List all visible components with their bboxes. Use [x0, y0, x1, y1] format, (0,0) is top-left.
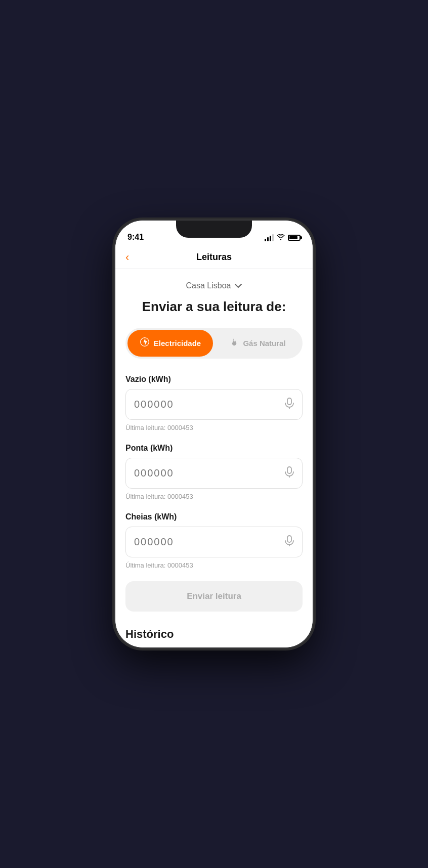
- mic-icon-ponta[interactable]: [285, 466, 294, 480]
- svg-rect-1: [287, 398, 291, 405]
- location-selector[interactable]: Casa Lisboa: [125, 281, 303, 290]
- vazio-input-wrapper: [125, 389, 303, 420]
- vazio-last-reading: Última leitura: 0000453: [125, 424, 303, 431]
- mic-icon-vazio[interactable]: [285, 398, 294, 411]
- wifi-icon: [277, 234, 285, 242]
- ponta-label: Ponta (kWh): [125, 444, 303, 453]
- page-title: Leituras: [196, 252, 232, 263]
- mic-icon-cheias[interactable]: [285, 535, 294, 549]
- flame-icon: [230, 337, 239, 350]
- chevron-down-icon: [235, 282, 242, 290]
- status-time: 9:41: [127, 233, 144, 242]
- ponta-last-reading: Última leitura: 0000453: [125, 493, 303, 500]
- battery-icon: [288, 235, 301, 241]
- field-cheias: Cheias (kWh) Última leitura: 0000453: [125, 512, 303, 569]
- electricity-icon: [140, 337, 150, 350]
- tab-electricidade-label: Electricidade: [154, 339, 201, 348]
- nav-header: ‹ Leituras: [115, 246, 313, 269]
- signal-icon: [265, 234, 274, 241]
- location-name: Casa Lisboa: [186, 281, 231, 290]
- vazio-input[interactable]: [134, 389, 285, 419]
- phone-frame: 9:41: [115, 221, 313, 647]
- submit-button[interactable]: Enviar leitura: [125, 581, 303, 612]
- svg-rect-3: [287, 467, 291, 473]
- tab-electricidade[interactable]: Electricidade: [127, 330, 213, 357]
- cheias-last-reading: Última leitura: 0000453: [125, 561, 303, 569]
- service-toggle: Electricidade Gás Natural: [125, 328, 303, 359]
- notch: [176, 221, 252, 238]
- cheias-input[interactable]: [134, 527, 285, 557]
- cheias-label: Cheias (kWh): [125, 512, 303, 522]
- field-ponta: Ponta (kWh) Última leitura: 0000453: [125, 444, 303, 500]
- back-button[interactable]: ‹: [125, 251, 129, 264]
- historico-title: Histórico: [125, 628, 303, 641]
- tab-gas-natural[interactable]: Gás Natural: [215, 330, 301, 357]
- main-title: Enviar a sua leitura de:: [125, 298, 303, 316]
- tab-gas-label: Gás Natural: [243, 339, 285, 348]
- field-vazio: Vazio (kWh) Última leitura: 0000453: [125, 375, 303, 431]
- svg-rect-5: [287, 536, 291, 542]
- status-icons: [265, 234, 301, 242]
- ponta-input-wrapper: [125, 458, 303, 489]
- main-content: Casa Lisboa Enviar a sua leitura de:: [115, 269, 313, 647]
- cheias-input-wrapper: [125, 527, 303, 557]
- vazio-label: Vazio (kWh): [125, 375, 303, 384]
- ponta-input[interactable]: [134, 458, 285, 488]
